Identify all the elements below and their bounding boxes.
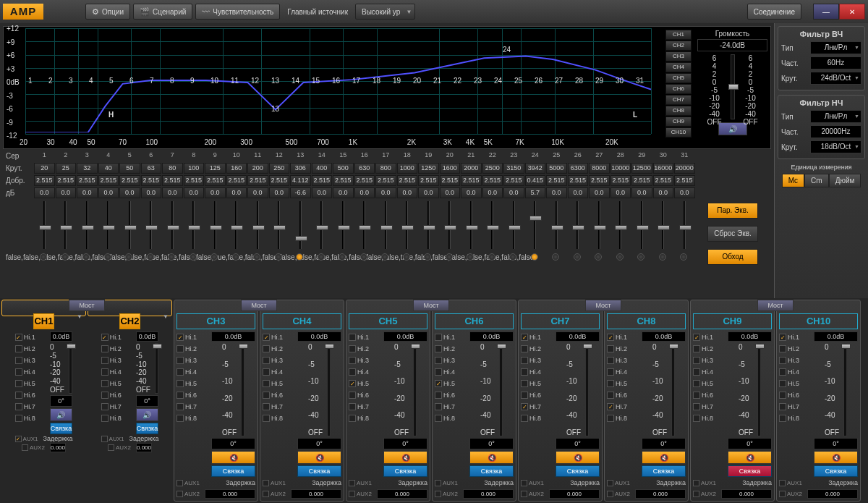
delay-value[interactable]: 0.000: [136, 443, 152, 452]
eq-band-slider[interactable]: [401, 225, 414, 230]
eq-band-slider[interactable]: [124, 225, 137, 230]
eq-channel-button[interactable]: CH2: [665, 41, 692, 51]
volume-slider[interactable]: 6420-5-10-20-40OFF 6420-5-10-20-40OFF: [697, 54, 767, 119]
bypass-button[interactable]: Обход: [707, 249, 758, 265]
eq-band-cell[interactable]: 2.515: [503, 175, 524, 186]
eq-band-slider[interactable]: [423, 225, 435, 230]
eq-band-cell[interactable]: 2.515: [589, 175, 610, 186]
eq-band-slider[interactable]: [679, 225, 692, 230]
hi-checkbox[interactable]: [521, 357, 528, 364]
hi-checkbox[interactable]: [15, 415, 22, 422]
eq-band-cell[interactable]: 2.515: [312, 175, 333, 186]
channel-fader[interactable]: 0-5-10-20-40OFF: [50, 343, 72, 394]
hi-checkbox[interactable]: [101, 345, 109, 352]
eq-band-cell[interactable]: 0.0: [247, 187, 268, 198]
unit-segment[interactable]: Cm: [804, 174, 829, 187]
eq-band-cell[interactable]: 0.0: [226, 187, 247, 198]
aux2-checkbox[interactable]: [693, 491, 699, 497]
eq-band-cell[interactable]: 2.515: [546, 175, 567, 186]
eq-band-slider[interactable]: [273, 225, 286, 230]
phase-button[interactable]: 0°: [50, 395, 72, 407]
eq-band-cell[interactable]: 160: [226, 163, 247, 174]
eq-band-cell[interactable]: 2.515: [461, 175, 482, 186]
hi-checkbox[interactable]: [435, 403, 442, 410]
hi-checkbox[interactable]: [607, 380, 614, 387]
hi-checkbox[interactable]: [607, 415, 614, 422]
eq-band-slider[interactable]: [487, 225, 499, 230]
hi-checkbox[interactable]: [101, 334, 109, 341]
eq-band-cell[interactable]: 2.515: [205, 175, 226, 186]
aux1-checkbox[interactable]: [15, 436, 22, 442]
channel-mute-button[interactable]: 🔇: [297, 451, 341, 464]
channel-name-button[interactable]: CH7: [521, 313, 600, 329]
link-button[interactable]: Связка: [556, 465, 600, 477]
eq-band-cell[interactable]: 1250: [418, 163, 439, 174]
hi-checkbox[interactable]: [607, 345, 614, 352]
band-bypass-dot[interactable]: [680, 253, 687, 261]
link-button[interactable]: Связка: [642, 465, 686, 477]
hi-checkbox[interactable]: [435, 357, 442, 364]
close-button[interactable]: ✕: [839, 4, 865, 20]
band-bypass-dot[interactable]: [360, 253, 367, 261]
eq-band-cell[interactable]: 3150: [503, 163, 524, 174]
eq-band-cell[interactable]: 2.515: [653, 175, 674, 186]
band-bypass-dot[interactable]: [637, 253, 644, 261]
hi-checkbox[interactable]: [693, 380, 700, 387]
hi-checkbox[interactable]: [15, 368, 22, 376]
band-bypass-dot[interactable]: [467, 253, 474, 261]
eq-band-cell[interactable]: 2.515: [333, 175, 354, 186]
eq-band-cell[interactable]: -6.6: [290, 187, 311, 198]
channel-name-button[interactable]: CH2: [119, 313, 140, 329]
hi-checkbox[interactable]: [349, 357, 356, 364]
eq-band-cell[interactable]: 2.515: [482, 175, 503, 186]
bridge-button[interactable]: Мост: [69, 300, 105, 311]
minimize-button[interactable]: —: [813, 4, 839, 20]
delay-value[interactable]: 0.000: [463, 489, 514, 499]
channel-db-value[interactable]: 0.0dB: [297, 331, 341, 342]
channel-db-value[interactable]: 0.0dB: [728, 331, 772, 342]
aux2-checkbox[interactable]: [349, 491, 355, 497]
hi-checkbox[interactable]: [693, 345, 700, 352]
hi-checkbox[interactable]: [607, 403, 614, 410]
band-bypass-dot[interactable]: [574, 253, 581, 261]
eq-band-slider[interactable]: [103, 225, 115, 230]
channel-mute-button[interactable]: 🔇: [211, 451, 255, 464]
unit-segment[interactable]: Дюйм: [829, 174, 861, 187]
hi-checkbox[interactable]: [263, 415, 270, 422]
band-bypass-dot[interactable]: [552, 253, 559, 261]
eq-band-cell[interactable]: 630: [354, 163, 375, 174]
aux2-checkbox[interactable]: [176, 491, 183, 497]
lpf-slope-select[interactable]: 18dB/Oct: [810, 140, 861, 153]
band-bypass-dot[interactable]: [125, 253, 132, 261]
hi-checkbox[interactable]: [15, 392, 22, 399]
hpf-freq-input[interactable]: 60Hz: [810, 56, 861, 69]
eq-band-cell[interactable]: 0.0: [397, 187, 418, 198]
eq-band-slider[interactable]: [509, 225, 521, 230]
eq-band-cell[interactable]: 0.0: [653, 187, 674, 198]
eq-band-cell[interactable]: 100: [184, 163, 205, 174]
band-bypass-dot[interactable]: [659, 253, 666, 261]
channel-fader[interactable]: 0-5-10-20-40OFF: [469, 343, 514, 436]
eq-band-cell[interactable]: 2.515: [98, 175, 119, 186]
hi-checkbox[interactable]: [101, 380, 109, 387]
eq-band-cell[interactable]: 2.515: [226, 175, 247, 186]
eq-band-cell[interactable]: 0.0: [568, 187, 589, 198]
eq-band-cell[interactable]: 2.515: [354, 175, 375, 186]
eq-band-cell[interactable]: 4.112: [290, 175, 311, 186]
eq-band-cell[interactable]: 2.515: [440, 175, 461, 186]
hi-checkbox[interactable]: [176, 415, 184, 422]
eq-band-cell[interactable]: 2.515: [77, 175, 98, 186]
eq-band-slider[interactable]: [658, 225, 670, 230]
hi-checkbox[interactable]: [521, 334, 528, 341]
phase-button[interactable]: 0°: [297, 438, 341, 449]
hi-checkbox[interactable]: [176, 334, 184, 341]
hi-checkbox[interactable]: [521, 345, 528, 352]
channel-name-button[interactable]: CH10: [779, 313, 858, 329]
unit-segment[interactable]: Мс: [782, 174, 804, 187]
eq-band-cell[interactable]: 0.0: [503, 187, 524, 198]
eq-band-cell[interactable]: 25: [56, 163, 77, 174]
eq-band-cell[interactable]: 0.0: [119, 187, 140, 198]
hi-checkbox[interactable]: [607, 334, 614, 341]
eq-graph[interactable]: +12+9+6+30dB-3-6-9-12 203040507010020030…: [4, 27, 694, 148]
eq-band-cell[interactable]: 0.0: [440, 187, 461, 198]
